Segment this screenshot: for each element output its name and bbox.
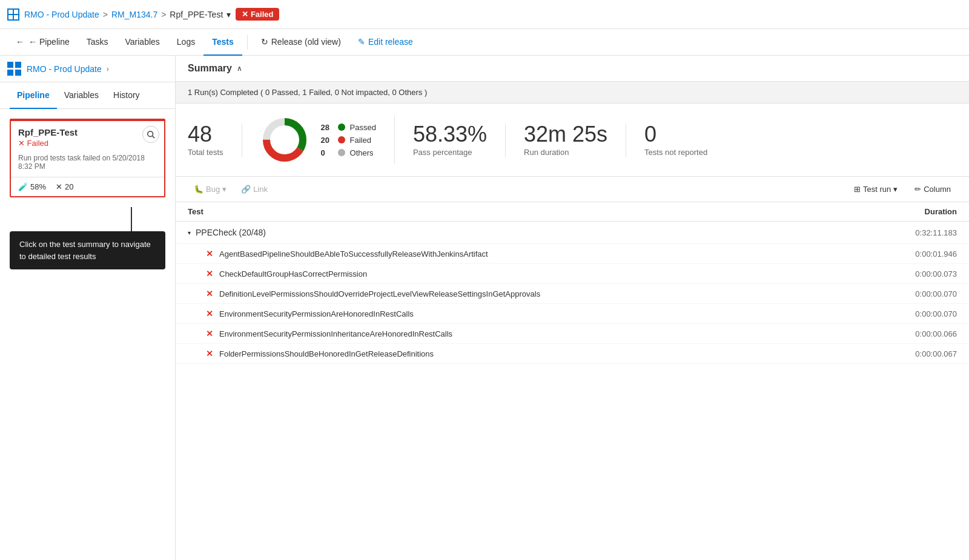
run-duration-number: 32m 25s xyxy=(524,124,607,145)
test-duration: 0:00:00.070 xyxy=(884,309,957,318)
svg-rect-1 xyxy=(14,10,18,14)
test-name: DefinitionLevelPermissionsShouldOverride… xyxy=(219,289,884,298)
run-info-bar: 1 Run(s) Completed ( 0 Passed, 1 Failed,… xyxy=(176,82,969,104)
status-x-icon: ✕ Failed xyxy=(18,139,48,148)
nav-edit-release[interactable]: ✎ Edit release xyxy=(349,29,422,56)
stat-run-duration: 32m 25s Run duration xyxy=(524,124,626,157)
sidebar-tab-history[interactable]: History xyxy=(106,82,147,109)
table-row[interactable]: ✕ EnvironmentSecurityPermissionInheritan… xyxy=(176,324,969,344)
nav-tasks[interactable]: Tasks xyxy=(78,29,117,56)
pass-pct-label: Pass percentage xyxy=(413,148,487,157)
stat-not-reported: 0 Tests not reported xyxy=(644,124,726,157)
summary-collapse-icon[interactable]: ∧ xyxy=(237,64,242,73)
others-dot xyxy=(338,149,345,156)
nav-pipeline[interactable]: ← ← Pipeline xyxy=(7,29,78,56)
stage-dropdown-arrow[interactable]: ▾ xyxy=(227,10,231,19)
test-duration: 0:00:00.067 xyxy=(884,349,957,358)
fail-icon: ✕ xyxy=(206,269,213,278)
stat-pass-percent: 58.33% Pass percentage xyxy=(413,124,506,157)
total-tests-number: 48 xyxy=(188,124,223,145)
stage-fail-count: 20 xyxy=(65,182,73,191)
table-row[interactable]: ✕ AgentBasedPipelineShouldBeAbleToSucces… xyxy=(176,244,969,264)
link-icon: 🔗 xyxy=(241,185,251,194)
test-name: FolderPermissionsShouldBeHonoredInGetRel… xyxy=(219,349,884,358)
test-duration: 0:00:00.070 xyxy=(884,289,957,298)
group-name: PPECheck (20/48) xyxy=(196,228,884,237)
donut-chart xyxy=(260,116,309,164)
test-name: CheckDefaultGroupHasCorrectPermission xyxy=(219,269,884,278)
toolbar-left: 🐛 Bug ▾ 🔗 Link xyxy=(188,182,274,197)
failed-label: Failed xyxy=(350,136,371,145)
sidebar-brand-arrow: › xyxy=(107,65,109,73)
refresh-icon: ↻ xyxy=(261,37,268,47)
bug-button[interactable]: 🐛 Bug ▾ xyxy=(188,182,233,197)
stage-card[interactable]: Rpf_PPE-Test ✕ Failed Run prod tests tas… xyxy=(10,119,165,197)
back-arrow-icon: ← xyxy=(16,37,24,47)
table-row[interactable]: ✕ EnvironmentSecurityPermissionAreHonore… xyxy=(176,304,969,324)
sidebar-logo xyxy=(7,62,22,76)
svg-line-9 xyxy=(153,136,155,139)
table-row[interactable]: ✕ DefinitionLevelPermissionsShouldOverri… xyxy=(176,284,969,304)
test-table: Test Duration ▾ PPECheck (20/48) 0:32:11… xyxy=(176,202,969,560)
fail-icon: ✕ xyxy=(206,289,213,298)
not-reported-label: Tests not reported xyxy=(644,148,707,157)
test-group-row[interactable]: ▾ PPECheck (20/48) 0:32:11.183 xyxy=(176,222,969,244)
failed-count: 20 xyxy=(321,136,333,145)
summary-header: Summary ∧ xyxy=(176,56,969,82)
others-label: Others xyxy=(350,148,374,157)
table-row[interactable]: ✕ FolderPermissionsShouldBeHonoredInGetR… xyxy=(176,344,969,364)
test-name: EnvironmentSecurityPermissionInheritance… xyxy=(219,329,884,338)
tooltip-box: Click on the test summary to navigate to… xyxy=(10,231,165,269)
nav-release-old[interactable]: ↻ Release (old view) xyxy=(253,29,349,56)
sidebar: RMO - Prod Update › Pipeline Variables H… xyxy=(0,56,176,560)
svg-rect-4 xyxy=(7,62,13,68)
breadcrumb-stage[interactable]: Rpf_PPE-Test xyxy=(170,10,223,19)
edit-icon: ✎ xyxy=(358,37,365,47)
sidebar-tab-variables[interactable]: Variables xyxy=(57,82,106,109)
nav-separator xyxy=(247,35,248,50)
test-run-button[interactable]: ⊞ Test run ▾ xyxy=(848,182,904,197)
failed-status-badge: ✕ Failed xyxy=(236,8,279,21)
breadcrumb: RMO - Prod Update > RM_M134.7 > Rpf_PPE-… xyxy=(24,10,231,19)
nav-variables[interactable]: Variables xyxy=(117,29,168,56)
legend-passed: 28 Passed xyxy=(321,123,376,132)
fail-icon: ✕ xyxy=(206,329,213,338)
nav-tests[interactable]: Tests xyxy=(203,29,242,56)
sidebar-brand: RMO - Prod Update › xyxy=(0,56,175,82)
stage-connector xyxy=(10,207,175,231)
test-run-icon: ⊞ xyxy=(854,185,861,194)
bug-icon: 🐛 xyxy=(194,185,203,194)
stat-total-tests: 48 Total tests xyxy=(188,124,242,157)
col-header-test: Test xyxy=(188,207,884,216)
app-logo xyxy=(7,8,19,21)
stage-search-button[interactable] xyxy=(142,126,159,143)
test-name: EnvironmentSecurityPermissionAreHonoredI… xyxy=(219,309,884,318)
fail-icon: ✕ xyxy=(206,249,213,259)
legend-failed: 20 Failed xyxy=(321,136,376,145)
test-run-arrow: ▾ xyxy=(893,185,898,194)
group-expand-icon: ▾ xyxy=(188,229,191,236)
breadcrumb-release[interactable]: RM_M134.7 xyxy=(111,10,157,19)
bug-dropdown-arrow: ▾ xyxy=(222,185,227,194)
link-button[interactable]: 🔗 Link xyxy=(235,182,274,197)
total-tests-label: Total tests xyxy=(188,148,223,157)
passed-dot xyxy=(338,124,345,131)
main-layout: RMO - Prod Update › Pipeline Variables H… xyxy=(0,56,969,560)
table-row[interactable]: ✕ CheckDefaultGroupHasCorrectPermission … xyxy=(176,264,969,284)
sidebar-brand-title[interactable]: RMO - Prod Update xyxy=(27,64,102,74)
passed-count: 28 xyxy=(321,123,333,132)
stage-name: Rpf_PPE-Test xyxy=(18,127,157,137)
stage-description: Run prod tests task failed on 5/20/2018 … xyxy=(11,151,164,177)
run-duration-label: Run duration xyxy=(524,148,607,157)
svg-rect-2 xyxy=(8,15,13,19)
svg-point-8 xyxy=(148,131,153,137)
summary-title: Summary xyxy=(188,63,232,74)
breadcrumb-project[interactable]: RMO - Prod Update xyxy=(24,10,99,19)
test-duration: 0:00:00.073 xyxy=(884,269,957,278)
passed-label: Passed xyxy=(350,123,376,132)
sidebar-tab-pipeline[interactable]: Pipeline xyxy=(10,82,57,109)
svg-rect-5 xyxy=(15,62,21,68)
nav-logs[interactable]: Logs xyxy=(168,29,203,56)
stage-footer: 🧪 58% ✕ 20 xyxy=(11,177,164,196)
column-button[interactable]: ✏ Column xyxy=(908,182,957,197)
